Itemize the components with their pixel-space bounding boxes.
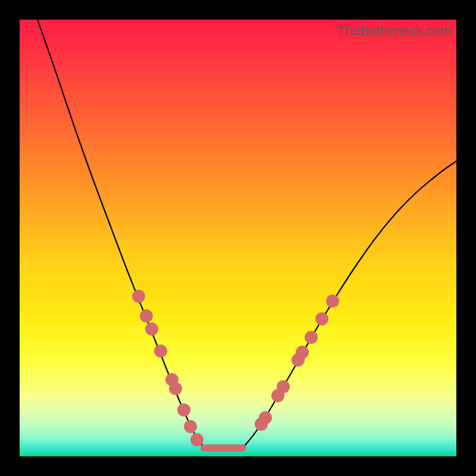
watermark-text: TheBottleneck.com (337, 23, 452, 39)
highlight-dots-group (132, 290, 339, 446)
highlight-dot (305, 331, 318, 344)
chart-container: TheBottleneck.com (0, 0, 476, 476)
highlight-dot (184, 420, 197, 433)
highlight-dot (296, 346, 309, 359)
right-curve (243, 161, 456, 448)
plot-area: TheBottleneck.com (20, 20, 456, 456)
highlight-dot (315, 312, 328, 325)
highlight-dot (259, 411, 272, 424)
highlight-dot (140, 309, 153, 322)
curve-svg (20, 20, 456, 456)
highlight-dot (132, 290, 145, 303)
highlight-dot (145, 322, 158, 336)
highlight-dot (169, 382, 182, 395)
highlight-dot (277, 380, 290, 393)
highlight-dot (190, 433, 203, 446)
highlight-dot (326, 295, 339, 308)
highlight-dot (154, 345, 167, 358)
highlight-dot (177, 403, 190, 416)
